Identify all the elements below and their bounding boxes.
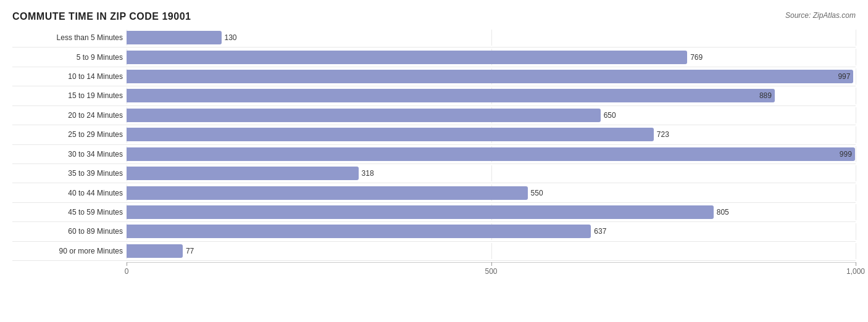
bar-label: Less than 5 Minutes — [12, 33, 127, 42]
bar-fill — [127, 128, 654, 141]
x-tick-label: 500 — [485, 267, 497, 276]
bar-fill — [127, 167, 359, 180]
bar-fill — [127, 244, 183, 258]
bar-fill — [127, 31, 222, 44]
bar-area: 637 — [127, 223, 856, 239]
x-axis: 05001,000 — [127, 262, 856, 278]
chart-header: COMMUTE TIME IN ZIP CODE 19001 Source: Z… — [12, 11, 856, 22]
bar-fill: 999 — [127, 147, 855, 161]
bar-fill: 997 — [127, 70, 853, 83]
bar-area: 77 — [127, 243, 856, 259]
bar-value: 650 — [604, 111, 616, 120]
bar-value: 637 — [594, 227, 606, 236]
bar-row: 35 to 39 Minutes318 — [12, 164, 856, 183]
bar-fill: 889 — [127, 89, 775, 102]
bar-label: 30 to 34 Minutes — [12, 150, 127, 159]
bar-value: 318 — [362, 169, 374, 178]
bar-fill — [127, 205, 714, 219]
bar-label: 90 or more Minutes — [12, 247, 127, 255]
bar-fill — [127, 225, 591, 238]
bar-value: 999 — [840, 150, 852, 159]
bar-row: 45 to 59 Minutes805 — [12, 203, 856, 222]
bar-label: 60 to 89 Minutes — [12, 227, 127, 236]
bar-area: 889 — [127, 88, 856, 104]
bar-row: Less than 5 Minutes130 — [12, 28, 856, 47]
bar-row: 10 to 14 Minutes997 — [12, 67, 856, 86]
bar-row: 25 to 29 Minutes723 — [12, 125, 856, 144]
bar-row: 60 to 89 Minutes637 — [12, 222, 856, 241]
bar-fill — [127, 109, 601, 122]
bar-row: 20 to 24 Minutes650 — [12, 106, 856, 125]
bar-row: 5 to 9 Minutes769 — [12, 47, 856, 67]
chart-container: COMMUTE TIME IN ZIP CODE 19001 Source: Z… — [0, 0, 868, 322]
bar-area: 723 — [127, 126, 856, 142]
bar-value: 769 — [690, 53, 703, 62]
bar-label: 45 to 59 Minutes — [12, 208, 127, 217]
bar-area: 550 — [127, 184, 856, 200]
bar-value: 550 — [531, 189, 543, 197]
bar-row: 40 to 44 Minutes550 — [12, 183, 856, 202]
bar-fill — [127, 51, 687, 64]
chart-body: Less than 5 Minutes1305 to 9 Minutes7691… — [12, 28, 856, 278]
bar-row: 90 or more Minutes77 — [12, 242, 856, 261]
chart-source: Source: ZipAtlas.com — [785, 11, 856, 20]
chart-title: COMMUTE TIME IN ZIP CODE 19001 — [12, 11, 191, 22]
bar-row: 30 to 34 Minutes999 — [12, 145, 856, 164]
bar-area: 769 — [127, 49, 856, 65]
bar-area: 318 — [127, 165, 856, 181]
bar-value: 889 — [759, 91, 772, 100]
bar-area: 997 — [127, 68, 856, 85]
bar-value: 130 — [225, 33, 237, 42]
bar-area: 650 — [127, 107, 856, 123]
bar-label: 5 to 9 Minutes — [12, 53, 127, 62]
bar-label: 40 to 44 Minutes — [12, 189, 127, 197]
bar-value: 77 — [186, 247, 194, 255]
x-tick-label: 1,000 — [846, 267, 865, 276]
bar-label: 25 to 29 Minutes — [12, 130, 127, 139]
bar-label: 35 to 39 Minutes — [12, 169, 127, 178]
x-tick-label: 0 — [125, 267, 129, 276]
bar-label: 10 to 14 Minutes — [12, 72, 127, 81]
bar-area: 130 — [127, 30, 856, 46]
bar-value: 997 — [838, 72, 850, 81]
x-tick-line — [127, 262, 127, 266]
bar-row: 15 to 19 Minutes889 — [12, 86, 856, 105]
bars-wrapper: Less than 5 Minutes1305 to 9 Minutes7691… — [12, 28, 856, 261]
bar-value: 723 — [657, 130, 669, 139]
bar-fill — [127, 186, 528, 200]
bar-area: 999 — [127, 146, 856, 162]
bar-label: 20 to 24 Minutes — [12, 111, 127, 120]
bar-value: 805 — [717, 208, 729, 217]
x-tick-line — [491, 262, 492, 266]
bar-label: 15 to 19 Minutes — [12, 91, 127, 100]
bar-area: 805 — [127, 204, 856, 220]
x-tick-line — [856, 262, 856, 266]
